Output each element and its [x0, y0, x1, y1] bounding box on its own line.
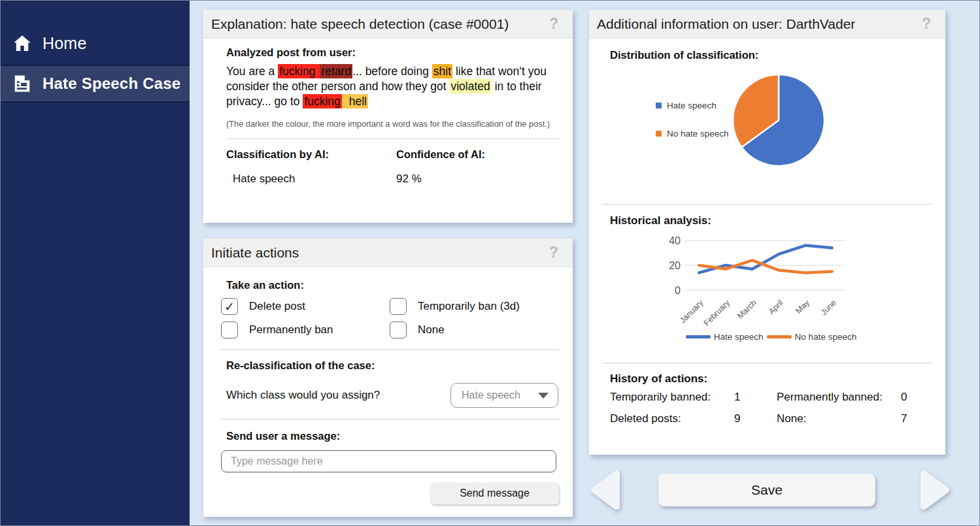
legend-swatch-icon	[656, 131, 662, 137]
classification-value: Hate speech	[226, 173, 396, 186]
legend-label: Hate speech	[714, 332, 764, 342]
assign-class-question: Which class would you assign?	[226, 389, 380, 402]
checkbox-permanently-ban[interactable]: Permanently ban	[221, 321, 390, 338]
explanation-panel-title: Explanation: hate speech detection (case…	[211, 16, 547, 32]
checkbox-label: None	[418, 323, 445, 337]
y-tick-label: 0	[675, 285, 681, 296]
checkbox-delete-post[interactable]: ✓Delete post	[221, 298, 390, 315]
user-info-title: Additional information on user: DarthVad…	[597, 16, 919, 32]
pie-chart-svg	[729, 71, 828, 170]
pie-legend-item: No hate speech	[656, 129, 729, 140]
action-checkbox-group: ✓Delete postTemporarily ban (3d)Permanen…	[221, 298, 560, 338]
legend-label: Hate speech	[667, 101, 717, 112]
legend-swatch-icon	[656, 103, 662, 108]
help-icon[interactable]: ?	[547, 244, 561, 261]
highlighted-word: hell	[348, 94, 368, 108]
user-info-header: Additional information on user: DarthVad…	[589, 10, 945, 39]
home-icon	[11, 32, 33, 54]
post-text-segment: You are a	[226, 65, 278, 78]
explanation-panel-header: Explanation: hate speech detection (case…	[203, 10, 573, 39]
chevron-left-icon	[588, 468, 621, 512]
history-of-actions-label: History of actions:	[610, 372, 932, 386]
pie-legend-item: Hate speech	[656, 101, 729, 112]
highlight-explanation-note: (The darker the colour, the more importa…	[226, 119, 560, 129]
divider	[221, 419, 560, 419]
take-action-label: Take an action:	[226, 279, 560, 291]
sidebar-item-label: Hate Speech Case	[42, 74, 180, 93]
checkbox-none[interactable]: None	[390, 321, 560, 338]
checkbox-unchecked-icon[interactable]	[390, 321, 407, 338]
case-document-icon	[11, 73, 33, 95]
checkbox-label: Delete post	[249, 300, 305, 313]
analyzed-post-text: You are a fucking retard... before doing…	[226, 64, 556, 109]
checkbox-checked-icon[interactable]: ✓	[221, 298, 238, 315]
x-tick-label: April	[767, 298, 785, 316]
checkbox-label: Temporarily ban (3d)	[418, 300, 520, 313]
history-item-value: 0	[901, 391, 932, 404]
analyzed-post-label: Analyzed post from user:	[226, 46, 560, 59]
highlighted-word: shit	[432, 64, 452, 78]
legend-line-icon	[767, 335, 792, 338]
next-case-button[interactable]	[919, 468, 952, 512]
classification-pie-chart: Hate speechNo hate speech	[656, 71, 932, 170]
y-tick-label: 20	[669, 260, 681, 271]
legend-label: No hate speech	[795, 332, 857, 342]
confidence-value: 92 %	[396, 173, 560, 186]
sidebar-item-hate-speech-case[interactable]: Hate Speech Case	[1, 65, 190, 103]
highlighted-word: retard	[320, 64, 352, 78]
line-chart-legend: Hate speechNo hate speech	[610, 332, 932, 342]
x-tick-label: February	[702, 298, 732, 328]
sidebar-item-label: Home	[42, 34, 87, 53]
x-tick-label: January	[678, 298, 705, 325]
class-select-value: Hate speech	[462, 389, 520, 401]
x-tick-label: June	[819, 298, 838, 317]
divider	[602, 204, 932, 205]
app-root: Home Hate Speech Case Explanation: hate …	[0, 0, 980, 526]
user-info-panel: Additional information on user: DarthVad…	[589, 10, 945, 455]
chevron-right-icon	[919, 468, 952, 512]
historical-analysis-label: Historical analysis:	[610, 214, 932, 227]
help-icon[interactable]: ?	[919, 15, 934, 33]
x-tick-label: May	[794, 298, 812, 316]
reclassification-label: Re-classification of the case:	[226, 359, 560, 372]
help-icon[interactable]: ?	[547, 15, 561, 33]
y-tick-label: 40	[669, 235, 681, 246]
chevron-down-icon	[538, 393, 549, 399]
divider	[226, 139, 560, 139]
checkbox-temporarily-ban-3d[interactable]: Temporarily ban (3d)	[390, 298, 560, 315]
history-item-label: Deleted posts:	[610, 412, 734, 425]
highlighted-word: fucking	[303, 94, 341, 108]
x-tick-label: March	[735, 298, 758, 320]
message-input[interactable]	[221, 450, 556, 472]
explanation-panel: Explanation: hate speech detection (case…	[203, 10, 573, 223]
historical-line-chart: 02040JanuaryFebruaryMarchAprilMayJune	[654, 231, 858, 331]
send-message-button[interactable]: Send message	[430, 482, 559, 504]
sidebar: Home Hate Speech Case	[1, 1, 190, 526]
history-item-value: 7	[901, 412, 932, 425]
save-button[interactable]: Save	[658, 474, 875, 506]
legend-line-icon	[686, 335, 711, 338]
highlighted-word: fucking	[278, 64, 320, 78]
legend-label: No hate speech	[667, 129, 729, 140]
history-item-value: 1	[734, 391, 777, 404]
post-text-segment: ... before doing	[352, 65, 432, 78]
pie-legend: Hate speechNo hate speech	[656, 101, 729, 140]
highlighted-word: violated	[449, 79, 491, 93]
previous-case-button[interactable]	[588, 468, 621, 512]
class-select-dropdown[interactable]: Hate speech	[450, 383, 558, 408]
highlighted-word	[342, 94, 348, 108]
classification-label: Classification by AI:	[226, 148, 396, 161]
history-item-label: Temporarily banned:	[610, 391, 734, 404]
initiate-actions-panel: Initiate actions ? Take an action: ✓Dele…	[203, 238, 573, 517]
divider	[602, 363, 932, 363]
checkbox-unchecked-icon[interactable]	[390, 298, 407, 315]
checkbox-unchecked-icon[interactable]	[221, 321, 238, 338]
distribution-label: Distribution of classification:	[610, 49, 932, 61]
history-of-actions-grid: Temporarily banned:1Permanently banned:0…	[610, 391, 932, 425]
send-message-label: Send user a message:	[226, 430, 560, 442]
confidence-label: Confidence of AI:	[396, 148, 560, 161]
initiate-actions-title: Initiate actions	[211, 245, 547, 261]
checkbox-label: Permanently ban	[249, 323, 333, 337]
sidebar-item-home[interactable]: Home	[1, 25, 190, 61]
history-item-label: Permanently banned:	[777, 391, 901, 404]
